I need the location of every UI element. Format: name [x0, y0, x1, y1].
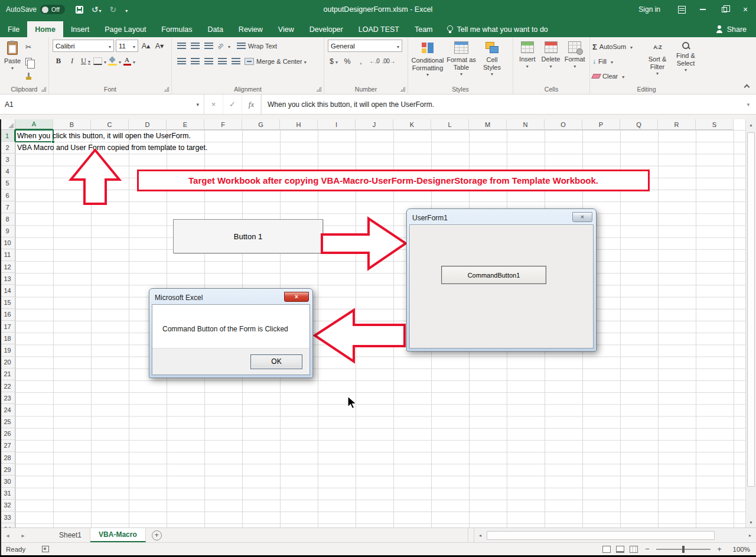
sheet-tab-vba-macro[interactable]: VBA-Macro	[90, 528, 146, 542]
restore-button[interactable]	[713, 0, 735, 19]
increase-indent-button[interactable]	[230, 56, 242, 67]
decrease-decimal-button[interactable]: .00→	[382, 56, 395, 67]
orientation-dropdown-icon[interactable]	[226, 42, 230, 50]
font-dialog-launcher[interactable]	[164, 87, 169, 92]
delete-cells-button[interactable]: Delete	[539, 40, 563, 69]
font-name-dropdown-icon[interactable]	[107, 43, 111, 50]
hscroll-track[interactable]	[485, 530, 745, 540]
tab-home[interactable]: Home	[27, 21, 63, 37]
row-header-19[interactable]: 19	[0, 344, 15, 356]
borders-dropdown-icon[interactable]	[102, 57, 106, 66]
column-header-C[interactable]: C	[91, 119, 129, 130]
row-header-3[interactable]: 3	[0, 154, 15, 165]
column-header-G[interactable]: G	[242, 119, 280, 130]
row-header-31[interactable]: 31	[0, 488, 15, 500]
undo-button[interactable]: ↺	[92, 5, 102, 14]
row-header-17[interactable]: 17	[0, 321, 15, 333]
column-header-F[interactable]: F	[204, 119, 242, 130]
cancel-button[interactable]: ×	[204, 95, 223, 114]
row-header-32[interactable]: 32	[0, 500, 15, 512]
zoom-slider-thumb[interactable]	[682, 546, 685, 553]
merge-center-dropdown-icon[interactable]	[302, 57, 307, 66]
align-bottom-button[interactable]	[203, 40, 214, 52]
fill-button[interactable]: ↓Fill	[592, 56, 643, 67]
userform-command-button[interactable]: CommandButton1	[441, 266, 546, 284]
zoom-in-button[interactable]: +	[715, 545, 724, 553]
ok-button[interactable]: OK	[250, 354, 302, 369]
accounting-dropdown-icon[interactable]	[334, 57, 338, 66]
userform-title-bar[interactable]: UserForm1 ×	[407, 209, 596, 224]
column-header-N[interactable]: N	[507, 119, 545, 130]
tell-me-box[interactable]: Tell me what you want to do	[447, 21, 548, 37]
bold-button[interactable]: B	[53, 56, 64, 67]
row-header-29[interactable]: 29	[0, 464, 15, 475]
row-header-20[interactable]: 20	[0, 357, 15, 369]
column-header-D[interactable]: D	[129, 119, 167, 130]
align-center-button[interactable]	[189, 56, 201, 67]
redo-button[interactable]: ↻	[110, 5, 117, 14]
column-header-B[interactable]: B	[53, 119, 91, 130]
column-header-I[interactable]: I	[318, 119, 356, 130]
column-header-K[interactable]: K	[393, 119, 431, 130]
font-size-dropdown-icon[interactable]	[131, 43, 135, 50]
name-box[interactable]: A1▾	[0, 95, 204, 114]
name-box-dropdown-icon[interactable]: ▾	[196, 102, 199, 108]
message-box-title-bar[interactable]: Microsoft Excel ×	[149, 289, 312, 304]
font-color-button[interactable]: A	[123, 56, 135, 67]
clear-button[interactable]: Clear	[592, 70, 643, 82]
italic-button[interactable]: I	[66, 56, 78, 67]
tab-team[interactable]: Team	[407, 21, 441, 37]
worksheet-button-1[interactable]: Button 1	[173, 219, 323, 253]
column-header-M[interactable]: M	[469, 119, 507, 130]
row-header-4[interactable]: 4	[0, 166, 15, 178]
sheet-tab-sheet1[interactable]: Sheet1	[51, 528, 90, 542]
normal-view-button[interactable]	[602, 546, 611, 553]
underline-dropdown-icon[interactable]	[86, 57, 90, 66]
sort-filter-button[interactable]: A↓Z Sort & Filter	[643, 40, 672, 82]
row-header-14[interactable]: 14	[0, 285, 15, 297]
align-top-button[interactable]	[175, 40, 187, 52]
zoom-slider[interactable]	[656, 545, 711, 553]
font-color-dropdown-icon[interactable]	[131, 57, 135, 66]
autosave-toggle[interactable]: Off	[40, 5, 65, 14]
clipboard-dialog-launcher[interactable]	[41, 87, 46, 92]
column-header-O[interactable]: O	[545, 119, 582, 130]
row-header-9[interactable]: 9	[0, 226, 15, 237]
orientation-button[interactable]	[216, 40, 230, 52]
scroll-up-icon[interactable]: ▲	[746, 119, 756, 130]
vertical-scroll-thumb[interactable]	[747, 132, 755, 487]
record-macro-icon[interactable]	[42, 546, 49, 552]
vertical-scrollbar[interactable]: ▲ ▼	[745, 119, 756, 527]
align-middle-button[interactable]	[189, 40, 201, 52]
fill-color-button[interactable]	[108, 56, 121, 67]
row-header-23[interactable]: 23	[0, 392, 15, 404]
row-header-5[interactable]: 5	[0, 178, 15, 190]
collapse-ribbon-icon[interactable]	[744, 84, 750, 90]
horizontal-scrollbar[interactable]: ◂ ▸	[474, 528, 756, 542]
row-header-13[interactable]: 13	[0, 273, 15, 285]
row-header-10[interactable]: 10	[0, 237, 15, 249]
tab-insert[interactable]: Insert	[63, 21, 97, 37]
page-layout-view-button[interactable]	[616, 546, 624, 553]
grow-font-button[interactable]: A▴	[140, 40, 152, 52]
cell-styles-button[interactable]: Cell Styles	[478, 40, 506, 77]
column-header-P[interactable]: P	[582, 119, 620, 130]
find-select-button[interactable]: Find & Select	[672, 40, 700, 82]
row-header-34[interactable]: 34	[0, 523, 15, 527]
tab-data[interactable]: Data	[200, 21, 230, 37]
merge-center-button[interactable]: Merge & Center	[245, 56, 307, 67]
hscroll-right-icon[interactable]: ▸	[745, 533, 755, 538]
zoom-out-button[interactable]: −	[643, 545, 651, 553]
fill-color-dropdown-icon[interactable]	[117, 57, 121, 66]
font-size-combo[interactable]: 11	[116, 40, 138, 52]
clear-dropdown-icon[interactable]	[620, 73, 624, 80]
increase-decimal-button[interactable]: ←.0	[369, 56, 380, 67]
autosave-control[interactable]: AutoSave Off	[6, 5, 65, 14]
scroll-down-icon[interactable]: ▼	[746, 517, 756, 527]
align-left-button[interactable]	[175, 56, 187, 67]
column-header-A[interactable]: A	[15, 119, 53, 130]
number-format-combo[interactable]: General	[328, 40, 402, 52]
number-dialog-launcher[interactable]	[400, 87, 405, 92]
tab-developer[interactable]: Developer	[302, 21, 351, 37]
format-as-table-button[interactable]: Format as Table	[445, 40, 478, 77]
